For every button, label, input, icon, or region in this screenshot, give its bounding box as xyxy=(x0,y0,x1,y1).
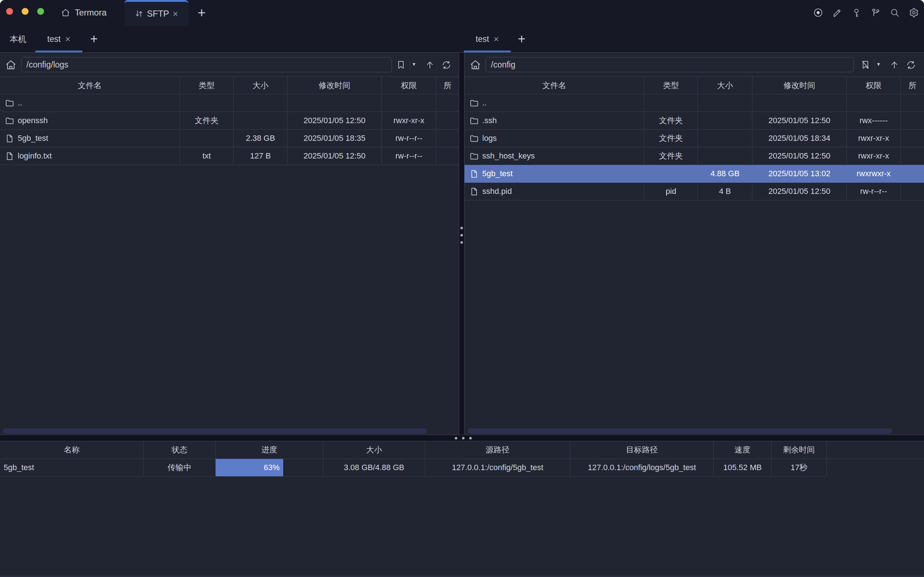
file-name: .ssh xyxy=(482,116,497,125)
bookmark-icon[interactable] xyxy=(396,60,406,70)
file-size: 4 B xyxy=(698,183,752,200)
home-icon xyxy=(61,8,71,18)
file-type: 文件夹 xyxy=(180,112,234,130)
tab-termora-home[interactable]: Termora xyxy=(61,0,106,25)
edit-icon[interactable] xyxy=(832,8,842,18)
settings-icon[interactable] xyxy=(909,8,919,18)
tab-left-session-test[interactable]: test × xyxy=(35,26,82,52)
transfer-table: 名称 状态 进度 大小 源路径 目标路径 速度 剩余时间 5gb_test 传输… xyxy=(0,441,924,477)
file-mtime: 2025/01/05 12:50 xyxy=(752,147,847,165)
add-left-tab-button[interactable]: + xyxy=(84,26,104,52)
termora-window: Termora SFTP × + xyxy=(0,0,924,577)
splitter-handle-icon xyxy=(455,437,472,440)
col-size[interactable]: 大小 xyxy=(323,441,425,459)
table-row[interactable]: ssh_host_keys 文件夹 2025/01/05 12:50 rwxr-… xyxy=(464,147,924,165)
splitter-handle-icon xyxy=(461,227,463,244)
file-perm: rwxr-xr-x xyxy=(382,112,436,130)
col-target[interactable]: 目标路径 xyxy=(570,441,714,459)
file-icon xyxy=(5,152,14,160)
transfer-row[interactable]: 5gb_test 传输中 63% 3.08 GB/4.88 GB 127.0.0… xyxy=(0,459,924,477)
col-owner[interactable]: 所 xyxy=(436,77,459,94)
right-path-input[interactable] xyxy=(485,57,854,72)
left-path-input[interactable] xyxy=(21,57,392,72)
left-pathbar: ▾ xyxy=(0,53,459,77)
chevron-down-icon[interactable]: ▾ xyxy=(413,61,415,67)
file-mtime: 2025/01/05 13:02 xyxy=(752,165,847,183)
file-icon xyxy=(469,169,478,178)
search-icon[interactable] xyxy=(890,8,900,18)
close-window-button[interactable] xyxy=(6,8,13,15)
col-blank xyxy=(827,441,924,459)
file-size xyxy=(698,112,752,130)
col-mtime[interactable]: 修改时间 xyxy=(752,77,847,94)
col-perm[interactable]: 权限 xyxy=(847,77,901,94)
table-row[interactable]: logs 文件夹 2025/01/05 18:34 rwxr-xr-x xyxy=(464,130,924,147)
sftp-tab-label: SFTP xyxy=(147,9,169,19)
transfer-name: 5gb_test xyxy=(0,459,144,477)
transfer-remaining: 17秒 xyxy=(772,459,827,477)
table-row[interactable]: sshd.pid pid 4 B 2025/01/05 12:50 rw-r--… xyxy=(464,183,924,200)
new-window-tab-button[interactable]: + xyxy=(194,0,210,25)
home-icon[interactable] xyxy=(469,59,481,71)
file-mtime xyxy=(287,94,382,112)
col-filename[interactable]: 文件名 xyxy=(0,77,180,94)
folder-icon xyxy=(469,116,478,125)
file-icon xyxy=(469,187,478,196)
tab-sftp[interactable]: SFTP × xyxy=(124,0,189,25)
close-left-session-button[interactable]: × xyxy=(65,34,71,44)
table-row[interactable]: 5gb_test 2.38 GB 2025/01/05 18:35 rw-r--… xyxy=(0,130,459,147)
branch-icon[interactable] xyxy=(871,8,880,18)
table-row[interactable]: .. xyxy=(464,94,924,112)
tab-right-session-test[interactable]: test × xyxy=(468,26,507,52)
table-row[interactable]: loginfo.txt txt 127 B 2025/01/05 12:50 r… xyxy=(0,147,459,165)
refresh-icon[interactable] xyxy=(906,60,916,70)
col-size[interactable]: 大小 xyxy=(698,77,752,94)
key-icon[interactable] xyxy=(851,8,861,18)
table-row[interactable]: .ssh 文件夹 2025/01/05 12:50 rwx------ xyxy=(464,112,924,130)
parent-directory-icon[interactable] xyxy=(889,60,900,70)
file-perm: rw-r--r-- xyxy=(847,183,901,200)
file-perm xyxy=(382,94,436,112)
minimize-window-button[interactable] xyxy=(22,8,29,15)
col-filename[interactable]: 文件名 xyxy=(464,77,644,94)
file-type: txt xyxy=(180,147,234,165)
col-name[interactable]: 名称 xyxy=(0,441,144,459)
transfer-header-row: 名称 状态 进度 大小 源路径 目标路径 速度 剩余时间 xyxy=(0,441,924,459)
table-row[interactable]: .. xyxy=(0,94,459,112)
tab-local-machine[interactable]: 本机 xyxy=(3,26,33,52)
col-type[interactable]: 类型 xyxy=(180,77,234,94)
add-right-tab-button[interactable]: + xyxy=(511,26,532,52)
col-mtime[interactable]: 修改时间 xyxy=(287,77,382,94)
chevron-down-icon[interactable]: ▾ xyxy=(877,61,880,67)
refresh-icon[interactable] xyxy=(442,60,452,70)
record-icon[interactable] xyxy=(813,8,823,18)
col-type[interactable]: 类型 xyxy=(644,77,698,94)
col-size[interactable]: 大小 xyxy=(234,77,287,94)
left-horizontal-scrollbar[interactable] xyxy=(3,428,427,434)
col-status[interactable]: 状态 xyxy=(144,441,216,459)
transfer-status: 传输中 xyxy=(144,459,216,477)
table-row[interactable]: openssh 文件夹 2025/01/05 12:50 rwxr-xr-x xyxy=(0,112,459,130)
home-icon[interactable] xyxy=(5,59,17,71)
col-progress[interactable]: 进度 xyxy=(216,441,323,459)
right-horizontal-scrollbar[interactable] xyxy=(468,428,892,434)
file-size xyxy=(698,130,752,147)
bookmark-slash-icon[interactable] xyxy=(860,60,871,70)
file-icon xyxy=(5,134,14,143)
zoom-window-button[interactable] xyxy=(37,8,44,15)
close-right-session-button[interactable]: × xyxy=(493,34,499,44)
horizontal-splitter[interactable] xyxy=(0,435,924,441)
col-source[interactable]: 源路径 xyxy=(425,441,570,459)
close-sftp-tab-button[interactable]: × xyxy=(173,9,178,18)
parent-directory-icon[interactable] xyxy=(425,60,435,70)
col-speed[interactable]: 速度 xyxy=(714,441,772,459)
col-owner[interactable]: 所 xyxy=(901,77,924,94)
file-type: 文件夹 xyxy=(644,147,698,165)
table-row-selected[interactable]: 5gb_test 4.88 GB 2025/01/05 13:02 rwxrwx… xyxy=(464,165,924,183)
progress-label: 63% xyxy=(264,463,280,472)
folder-icon xyxy=(5,116,14,125)
col-perm[interactable]: 权限 xyxy=(382,77,436,94)
file-name: .. xyxy=(18,98,22,108)
col-remaining[interactable]: 剩余时间 xyxy=(772,441,827,459)
vertical-splitter[interactable] xyxy=(459,53,464,435)
